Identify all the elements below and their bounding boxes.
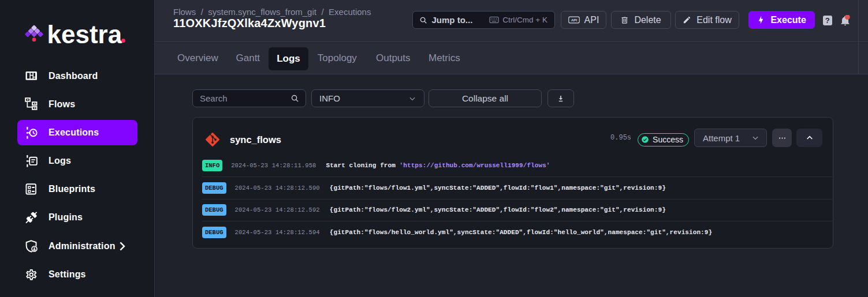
- svg-text:kestra: kestra: [47, 20, 122, 48]
- svg-text:API: API: [571, 18, 577, 22]
